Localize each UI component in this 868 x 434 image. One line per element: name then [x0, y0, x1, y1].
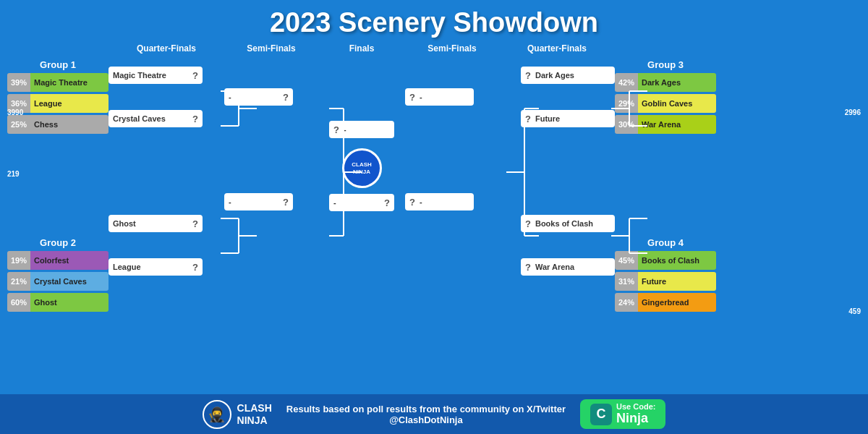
right-qf-col: ? Dark Ages ? Future ? Books of Clash [499, 59, 615, 280]
group2-pct-1: 19% [7, 251, 30, 270]
group4-name-2: Future [638, 272, 716, 291]
left-sf-box2: - ? [224, 193, 293, 210]
header-finals: Finals [318, 43, 405, 54]
group1-item-1: 39% Magic Theatre [7, 73, 109, 92]
group2-name-2: Crystal Caves [30, 272, 109, 291]
left-sf-box1: - ? [224, 88, 293, 106]
finals-box1: ? - [329, 121, 394, 138]
group2-name-3: Ghost [30, 293, 109, 312]
group3-pct-3: 30% [615, 115, 638, 134]
footer-logo: 🥷 CLASHNINJA [203, 400, 272, 429]
group3-name-1: Dark Ages [638, 73, 716, 92]
footer-brand: CLASHNINJA [237, 402, 272, 427]
left-qf-box3: Ghost ? [109, 215, 203, 232]
group1-name-1: Magic Theatre [30, 73, 109, 92]
right-sf-match2: ? - [405, 193, 499, 210]
ninja-icon: 🥷 [203, 400, 231, 429]
group4-item-3: 24% Gingerbread [615, 293, 716, 312]
right-groups: Group 3 42% Dark Ages 29% Goblin Caves 3… [615, 59, 716, 314]
whatsapp-icon: C [590, 404, 612, 425]
score-magic-theatre: 3990 [7, 109, 23, 116]
right-qf-box3: ? Books of Clash [521, 215, 615, 232]
left-groups: Group 1 39% Magic Theatre 36% League 25%… [7, 59, 109, 314]
group4-name-3: Gingerbread [638, 293, 716, 312]
group4-item-1: 45% Books of Clash [615, 251, 716, 270]
right-qf-box1: ? Dark Ages [521, 67, 615, 84]
right-qf-match1: ? Dark Ages [499, 67, 615, 84]
group1-name-2: League [30, 94, 109, 113]
left-sf-match2: - ? [224, 193, 318, 210]
group1-name-3: Chess [30, 115, 109, 134]
group3-pct-1: 42% [615, 73, 638, 92]
group3: Group 3 42% Dark Ages 29% Goblin Caves 3… [615, 59, 716, 136]
left-qf-col: Magic Theatre ? Crystal Caves ? Ghost ? [109, 59, 224, 280]
left-qf-box4: League ? [109, 258, 203, 276]
footer-attribution: Results based on poll results from the c… [286, 404, 566, 425]
finals-box2: - ? [329, 194, 394, 211]
group4-item-2: 31% Future [615, 272, 716, 291]
score-crystal-caves: 219 [7, 170, 20, 178]
group1-pct-3: 25% [7, 115, 30, 134]
footer-use-code: C Use Code: Ninja [580, 399, 665, 429]
right-qf-box4: ? War Arena [521, 258, 615, 276]
group4-pct-3: 24% [615, 293, 638, 312]
left-qf-box1: Magic Theatre ? [109, 67, 203, 84]
group2-item-1: 19% Colorfest [7, 251, 109, 270]
right-qf-match3: ? Books of Clash [499, 215, 615, 232]
header-sf-right: Semi-Finals [405, 43, 499, 54]
score-books-of-clash: 459 [848, 307, 861, 315]
footer: 🥷 CLASHNINJA Results based on poll resul… [0, 394, 868, 434]
right-sf-col: ? - ? - [405, 59, 499, 215]
group4-title: Group 4 [615, 237, 716, 248]
left-sf-match1: - ? [224, 88, 318, 106]
left-qf-match3: Ghost ? [109, 215, 224, 232]
group4-name-1: Books of Clash [638, 251, 716, 270]
finals-match1: ? - [329, 121, 394, 138]
group2-title: Group 2 [7, 237, 109, 248]
group1-pct-1: 39% [7, 73, 30, 92]
score-goblin-caves: 2996 [845, 109, 861, 116]
group3-item-3: 30% War Arena [615, 115, 716, 134]
header-qf-right: Quarter-Finals [499, 43, 615, 54]
right-sf-match1: ? - [405, 88, 499, 106]
group2-item-3: 60% Ghost [7, 293, 109, 312]
group2: Group 2 19% Colorfest 21% Crystal Caves … [7, 237, 109, 314]
left-qf-match2: Crystal Caves ? [109, 110, 224, 127]
left-sf-col: - ? - ? [224, 59, 318, 215]
group3-item-2: 29% Goblin Caves [615, 94, 716, 113]
group2-item-2: 21% Crystal Caves [7, 272, 109, 291]
group3-title: Group 3 [615, 59, 716, 70]
finals-col: ? - CLASHNINJA - ? [318, 59, 405, 216]
group2-name-1: Colorfest [30, 251, 109, 270]
finals-match2: - ? [329, 194, 394, 211]
group3-name-3: War Arena [638, 115, 716, 134]
group4-pct-2: 31% [615, 272, 638, 291]
clash-ninja-logo: CLASHNINJA [342, 148, 382, 188]
left-qf-match4: League ? [109, 258, 224, 276]
right-qf-match4: ? War Arena [499, 258, 615, 276]
header-sf-left: Semi-Finals [224, 43, 318, 54]
group1-item-3: 25% Chess [7, 115, 109, 134]
left-qf-box2: Crystal Caves ? [109, 110, 203, 127]
group4-pct-1: 45% [615, 251, 638, 270]
right-sf-box1: ? - [405, 88, 474, 106]
page-title: 2023 Scenery Showdown [0, 0, 868, 43]
group4: Group 4 45% Books of Clash 31% Future 24… [615, 237, 716, 314]
group3-name-2: Goblin Caves [638, 94, 716, 113]
right-sf-box2: ? - [405, 193, 474, 210]
right-qf-box2: ? Future [521, 110, 615, 127]
header-qf-left: Quarter-Finals [109, 43, 224, 54]
group1: Group 1 39% Magic Theatre 36% League 25%… [7, 59, 109, 136]
group2-pct-3: 60% [7, 293, 30, 312]
group3-pct-2: 29% [615, 94, 638, 113]
group1-title: Group 1 [7, 59, 109, 70]
right-qf-match2: ? Future [499, 110, 615, 127]
left-qf-match1: Magic Theatre ? [109, 67, 224, 84]
group3-item-1: 42% Dark Ages [615, 73, 716, 92]
group2-pct-2: 21% [7, 272, 30, 291]
